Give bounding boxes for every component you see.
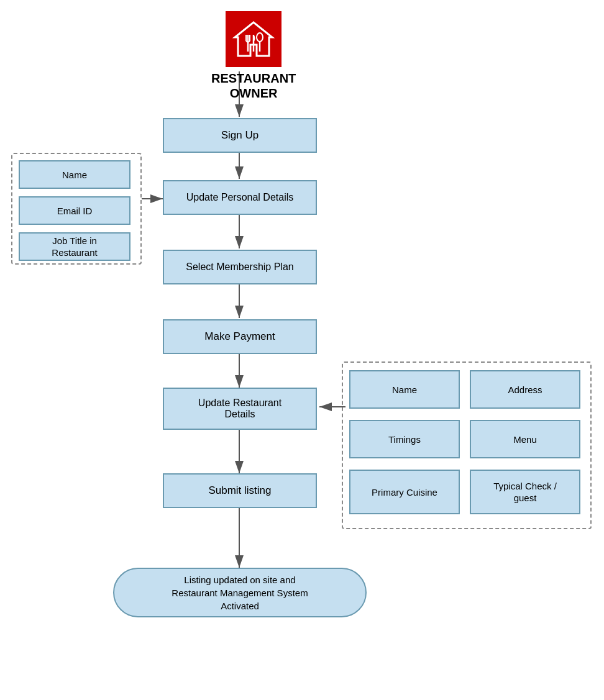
personal-jobtitle-box: Job Title inRestaurant	[19, 232, 130, 261]
svg-point-16	[257, 33, 263, 42]
actor-label: RESTAURANT OWNER	[211, 71, 296, 101]
personal-name-box: Name	[19, 160, 130, 189]
submit-listing-box: Submit listing	[163, 473, 317, 508]
personal-email-box: Email ID	[19, 196, 130, 225]
rest-typical-check-box: Typical Check /guest	[470, 470, 580, 514]
personal-details-dashed-box: Name Email ID Job Title inRestaurant	[11, 153, 142, 265]
terminal-oval: Listing updated on site andRestaurant Ma…	[113, 568, 367, 617]
make-payment-box: Make Payment	[163, 319, 317, 354]
update-restaurant-box: Update RestaurantDetails	[163, 388, 317, 430]
select-membership-box: Select Membership Plan	[163, 250, 317, 284]
signup-box: Sign Up	[163, 118, 317, 153]
rest-cuisine-box: Primary Cuisine	[349, 470, 460, 514]
restaurant-details-dashed-box: Name Address Timings Menu Primary Cuisin…	[342, 361, 592, 529]
rest-address-box: Address	[470, 370, 580, 409]
actor-logo	[226, 11, 281, 67]
rest-menu-box: Menu	[470, 420, 580, 458]
actor: RESTAURANT OWNER	[211, 11, 296, 101]
diagram: RESTAURANT OWNER Sign Up Update Personal…	[0, 0, 604, 700]
rest-timings-box: Timings	[349, 420, 460, 458]
update-personal-box: Update Personal Details	[163, 180, 317, 215]
rest-name-box: Name	[349, 370, 460, 409]
